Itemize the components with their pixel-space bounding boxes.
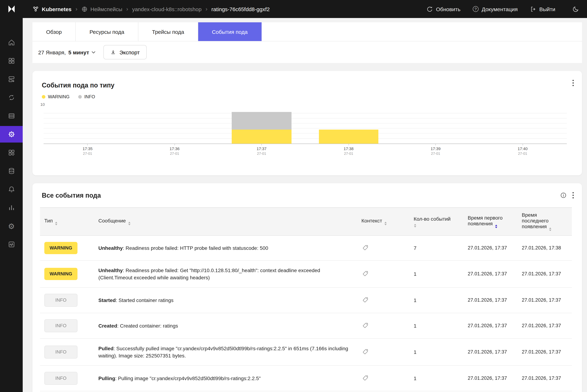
- refresh-button[interactable]: Обновить: [427, 6, 461, 12]
- breadcrumb-item-namespaces[interactable]: Неймспейсы: [81, 6, 122, 12]
- event-message: Pulling: Pulling image "cr.yandex/crp4v9…: [94, 368, 357, 388]
- context-tag-button[interactable]: [361, 244, 369, 252]
- event-type-badge: INFO: [44, 372, 78, 385]
- tab-pod-resources[interactable]: Ресурсы пода: [76, 22, 138, 41]
- x-tick: 17:3527-01: [83, 144, 92, 156]
- bell-icon: [8, 186, 15, 193]
- sidebar-item-services[interactable]: [0, 71, 23, 88]
- column-header-last-seen[interactable]: Время последнего появления: [517, 208, 570, 235]
- theme-toggle[interactable]: [572, 6, 579, 12]
- docs-button[interactable]: ? Документация: [473, 6, 518, 12]
- tag-icon: [362, 270, 369, 277]
- chart-bar[interactable]: [319, 130, 378, 144]
- sidebar-item-home[interactable]: [0, 34, 23, 51]
- breadcrumb: Kubernetes › Неймспейсы › yandex-cloud-k…: [33, 6, 270, 12]
- event-message: Unhealthy: Readiness probe failed: Get "…: [94, 260, 357, 287]
- sidebar-item-notifications[interactable]: [0, 181, 23, 198]
- kebab-menu-icon[interactable]: [572, 192, 574, 199]
- info-icon[interactable]: [560, 192, 566, 198]
- column-header-type[interactable]: Тип: [40, 214, 94, 229]
- sidebar-item-database[interactable]: [0, 163, 23, 179]
- breadcrumb-separator: ›: [126, 6, 128, 12]
- column-header-context[interactable]: Контекст: [357, 214, 409, 229]
- tag-icon: [362, 322, 369, 328]
- y-axis-max-label: 10: [40, 102, 572, 106]
- event-last-seen: 27.01.2026, 17:37: [517, 290, 570, 310]
- sidebar-item-tables[interactable]: [0, 108, 23, 124]
- sort-icon: [128, 222, 130, 225]
- event-type-cell: INFO: [40, 313, 94, 338]
- x-tick: 17:3727-01: [256, 144, 266, 156]
- context-tag-button[interactable]: [361, 348, 369, 356]
- sort-icon-active: [495, 224, 497, 228]
- breadcrumb-label: ratings-76c65fdd8-ggxf2: [211, 6, 270, 12]
- breadcrumb-item-namespace[interactable]: yandex-cloud-k8s::robotshop: [132, 6, 201, 12]
- logo[interactable]: [0, 0, 23, 18]
- legend-item-info[interactable]: INFO: [78, 94, 95, 99]
- widgets-icon: [8, 149, 15, 156]
- tab-overview[interactable]: Обзор: [33, 22, 76, 41]
- event-context-cell: [357, 342, 409, 363]
- kebab-menu-icon[interactable]: [572, 80, 574, 86]
- event-first-seen: 27.01.2026, 17:37: [463, 290, 517, 310]
- breadcrumb-label: Неймспейсы: [90, 6, 122, 12]
- filter-bar: 27 Января, 5 минут Экспорт: [33, 42, 582, 63]
- sidebar-item-widgets[interactable]: [0, 144, 23, 161]
- event-count: 1: [409, 316, 463, 336]
- sort-icon: [385, 222, 387, 225]
- event-row: INFOPulled: Successfully pulled image "c…: [40, 339, 572, 366]
- legend-dot-info: [78, 95, 82, 99]
- sidebar-item-kubernetes[interactable]: [0, 126, 23, 142]
- breadcrumb-label: Kubernetes: [42, 6, 72, 12]
- kubernetes-icon: [8, 130, 15, 138]
- chevron-down-icon: [92, 51, 96, 54]
- sidebar-item-settings[interactable]: ⚙: [0, 218, 23, 234]
- event-context-cell: [357, 238, 409, 259]
- sidebar-item-monitoring[interactable]: [0, 236, 23, 253]
- app: ⚙ Kubernetes › Неймспейсы › yandex-cloud…: [0, 0, 587, 392]
- logout-button[interactable]: Выйти: [530, 6, 555, 12]
- event-row: INFOScheduled: Successfully assigned rob…: [40, 391, 572, 392]
- moon-icon: [572, 6, 579, 12]
- event-first-seen: 27.01.2026, 17:37: [463, 316, 517, 336]
- event-row: INFOStarted: Started container ratings12…: [40, 288, 572, 313]
- sidebar-item-sync[interactable]: [0, 89, 23, 106]
- breadcrumb-item-pod[interactable]: ratings-76c65fdd8-ggxf2: [211, 6, 270, 12]
- legend-item-warning[interactable]: WARNING: [42, 94, 70, 99]
- context-tag-button[interactable]: [361, 270, 369, 277]
- sidebar-item-charts[interactable]: [0, 200, 23, 216]
- chart-bar[interactable]: [232, 112, 291, 144]
- export-label: Экспорт: [119, 49, 140, 55]
- time-range-selector[interactable]: 27 Января, 5 минут: [37, 47, 97, 58]
- column-header-first-seen[interactable]: Время первого появления: [463, 211, 517, 232]
- breadcrumb-item-kubernetes[interactable]: Kubernetes: [33, 6, 72, 12]
- column-header-message[interactable]: Сообщение: [94, 214, 357, 229]
- events-card: Все события пода Тип Сообщение: [33, 183, 582, 392]
- cluster-icon: [33, 6, 39, 12]
- home-icon: [8, 39, 15, 46]
- apps-grid-icon: [8, 57, 15, 64]
- tag-icon: [362, 244, 369, 251]
- column-header-count[interactable]: Кол-во событий: [409, 212, 463, 231]
- sort-icon: [414, 224, 451, 227]
- sidebar-item-apps[interactable]: [0, 52, 23, 69]
- event-count: 1: [409, 368, 463, 388]
- export-button[interactable]: Экспорт: [104, 45, 147, 60]
- x-tick: 17:3827-01: [344, 144, 354, 156]
- event-type-cell: WARNING: [40, 236, 94, 260]
- gear-icon: ⚙: [8, 222, 15, 230]
- context-tag-button[interactable]: [361, 296, 369, 304]
- top-header: Kubernetes › Неймспейсы › yandex-cloud-k…: [23, 0, 587, 18]
- sort-icon: [55, 222, 58, 225]
- event-context-cell: [357, 290, 409, 311]
- event-message: Started: Started container ratings: [94, 290, 357, 310]
- event-row: WARNINGUnhealthy: Readiness probe failed…: [40, 236, 572, 260]
- event-last-seen: 27.01.2026, 17:37: [517, 264, 570, 284]
- chart-card-title: События пода по типу: [42, 82, 572, 89]
- context-tag-button[interactable]: [361, 321, 369, 329]
- events-card-title: Все события пода: [33, 192, 582, 200]
- context-tag-button[interactable]: [361, 374, 369, 382]
- event-type-badge: INFO: [44, 319, 78, 332]
- tab-pod-events[interactable]: События пода: [198, 22, 262, 41]
- tab-pod-traces[interactable]: Трейсы пода: [138, 22, 198, 41]
